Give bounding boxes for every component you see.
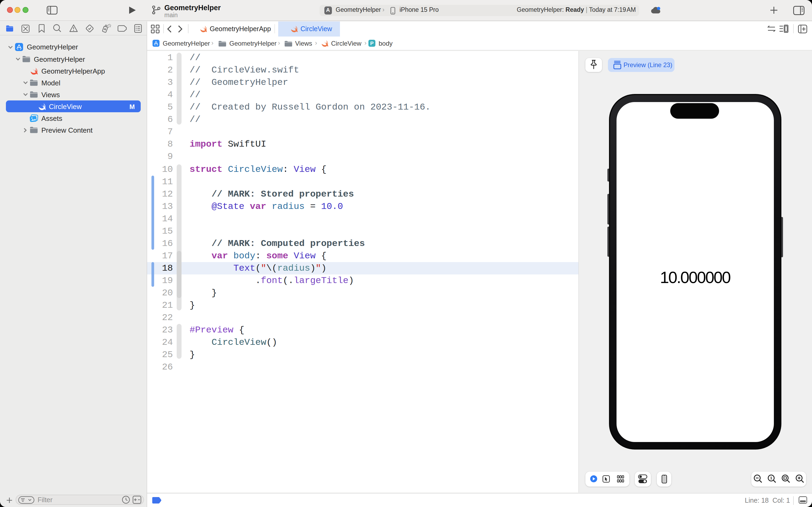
svg-text:1: 1 [770, 475, 772, 480]
